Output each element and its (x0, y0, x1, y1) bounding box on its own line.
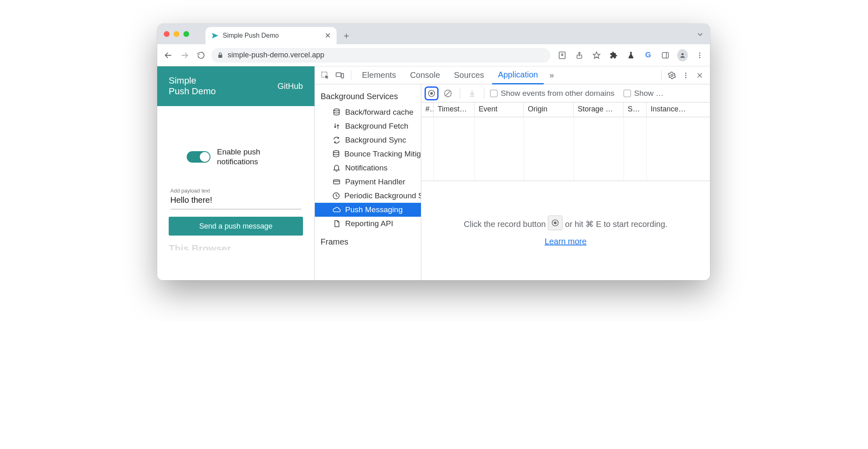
enable-push-switch[interactable] (187, 151, 210, 163)
svg-point-17 (685, 75, 687, 76)
send-push-button[interactable]: Send a push message (169, 217, 303, 236)
svg-rect-13 (336, 73, 341, 76)
svg-rect-6 (662, 52, 669, 58)
svg-marker-5 (593, 52, 600, 58)
database-icon (332, 108, 341, 116)
sidebar-frames-heading: Frames (321, 237, 421, 247)
empty-state: Click the record button or hit ⌘ E to st… (421, 181, 710, 280)
col-event[interactable]: Event (475, 102, 524, 117)
install-app-icon[interactable] (557, 50, 567, 61)
labs-flask-icon[interactable] (626, 50, 636, 61)
svg-rect-23 (334, 180, 340, 184)
col-storage[interactable]: Storage … (574, 102, 624, 117)
sidebar-item-push-messaging[interactable]: Push Messaging (315, 203, 421, 217)
sidebar-item-bounce-tracking[interactable]: Bounce Tracking Mitigations (315, 147, 421, 161)
browser-tab[interactable]: Simple Push Demo ✕ (206, 27, 337, 44)
inspect-element-icon[interactable] (319, 69, 331, 82)
extensions-puzzle-icon[interactable] (608, 50, 619, 61)
learn-more-link[interactable]: Learn more (545, 237, 586, 246)
toolbar: simple-push-demo.vercel.app G (157, 44, 710, 66)
svg-rect-14 (341, 73, 344, 78)
sync-icon (332, 136, 341, 144)
back-button[interactable] (162, 49, 174, 61)
share-icon[interactable] (574, 50, 585, 61)
col-instance[interactable]: Instance… (646, 102, 710, 117)
forward-button[interactable] (179, 49, 191, 61)
sidebar-item-reporting-api[interactable]: Reporting API (315, 217, 421, 231)
github-link[interactable]: GitHub (278, 82, 303, 91)
tab-console[interactable]: Console (404, 66, 445, 84)
tab-elements[interactable]: Elements (356, 66, 402, 84)
tab-title: Simple Push Demo (223, 32, 321, 39)
payload-label: Add payload text (170, 188, 301, 194)
app-header: Simple Push Demo GitHub (157, 66, 314, 106)
device-toolbar-icon[interactable] (334, 69, 346, 82)
payload-value: Hello there! (170, 195, 301, 205)
devtools-tabbar: Elements Console Sources Application » (315, 66, 710, 84)
google-account-icon[interactable]: G (643, 50, 653, 61)
col-s[interactable]: S… (624, 102, 646, 117)
tab-sources[interactable]: Sources (448, 66, 490, 84)
record-icon (548, 215, 563, 230)
address-bar[interactable]: simple-push-demo.vercel.app (211, 48, 550, 63)
devtools: Elements Console Sources Application » (314, 66, 710, 280)
svg-point-11 (699, 57, 701, 58)
record-button[interactable] (425, 86, 439, 100)
enable-toggle-row: Enable push notifications (187, 147, 303, 167)
reload-button[interactable] (195, 49, 207, 61)
svg-point-16 (685, 73, 687, 74)
cloud-icon (332, 206, 341, 214)
tab-overflow[interactable]: » (546, 66, 557, 84)
sidebar-item-notifications[interactable]: Notifications (315, 161, 421, 175)
new-tab-button[interactable]: ＋ (339, 28, 354, 43)
page-body: Enable push notifications Add payload te… (157, 106, 314, 251)
svg-point-9 (699, 52, 701, 54)
events-table-header: # Timest… Event Origin Storage … S… Inst… (421, 102, 710, 117)
sidebar-item-background-fetch[interactable]: Background Fetch (315, 119, 421, 133)
col-origin[interactable]: Origin (524, 102, 574, 117)
sidebar-item-periodic-bg-sync[interactable]: Periodic Background Sync (315, 189, 421, 203)
svg-point-8 (681, 53, 683, 55)
application-sidebar: Background Services Back/forward cache B… (315, 84, 421, 280)
paper-plane-icon (211, 32, 219, 39)
clear-button[interactable] (442, 87, 454, 100)
bell-icon (332, 164, 341, 172)
fetch-arrows-icon (332, 122, 341, 130)
close-window-button[interactable] (164, 31, 170, 37)
download-button[interactable] (466, 87, 478, 100)
col-index[interactable]: # (421, 102, 434, 117)
svg-point-21 (334, 109, 339, 111)
svg-point-15 (671, 74, 673, 76)
profile-avatar[interactable] (677, 50, 688, 61)
tab-application[interactable]: Application (492, 66, 544, 84)
col-timestamp[interactable]: Timest… (434, 102, 475, 117)
demo-page: Simple Push Demo GitHub Enable push noti… (157, 66, 314, 280)
svg-point-22 (333, 151, 339, 153)
show-truncated-checkbox[interactable]: Show … (624, 89, 664, 98)
devtools-body: Background Services Back/forward cache B… (315, 84, 710, 280)
traffic-lights (164, 31, 189, 37)
devtools-close-icon[interactable] (694, 69, 706, 82)
show-other-domains-checkbox[interactable]: Show events from other domains (490, 89, 615, 98)
tab-overflow-chevron-icon[interactable] (696, 30, 704, 39)
tab-bar: Simple Push Demo ✕ ＋ (157, 24, 710, 44)
sidebar-item-payment-handler[interactable]: Payment Handler (315, 175, 421, 189)
credit-card-icon (332, 178, 341, 186)
lock-icon (217, 52, 224, 59)
bookmark-star-icon[interactable] (591, 50, 602, 61)
events-table-body (421, 117, 710, 181)
sidebar-item-back-forward-cache[interactable]: Back/forward cache (315, 105, 421, 119)
minimize-window-button[interactable] (174, 31, 179, 37)
content-area: Simple Push Demo GitHub Enable push noti… (157, 66, 710, 280)
app-title: Simple Push Demo (169, 75, 216, 97)
side-panel-icon[interactable] (660, 50, 671, 61)
maximize-window-button[interactable] (183, 31, 189, 37)
payload-input[interactable]: Add payload text Hello there! (170, 185, 301, 209)
sidebar-item-background-sync[interactable]: Background Sync (315, 133, 421, 147)
section-heading: This Browser (169, 243, 303, 250)
panel-toolbar: Show events from other domains Show … (421, 84, 710, 102)
devtools-settings-icon[interactable] (666, 69, 678, 82)
browser-menu-icon[interactable] (694, 50, 705, 61)
devtools-menu-icon[interactable] (680, 69, 692, 82)
tab-close-icon[interactable]: ✕ (325, 31, 331, 40)
